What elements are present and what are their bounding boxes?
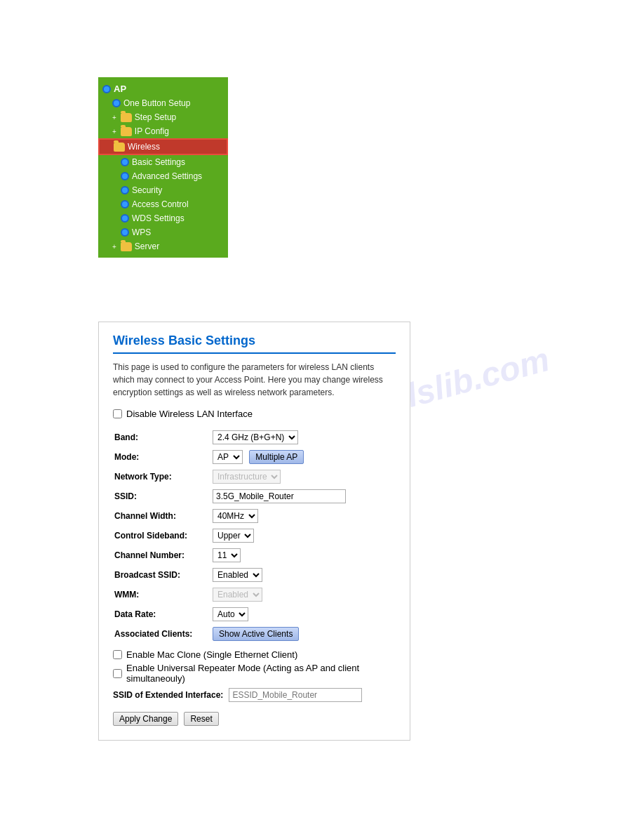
- wmm-select[interactable]: Enabled: [213, 588, 262, 602]
- wds-settings-icon: [121, 214, 129, 223]
- sidebar-item-security[interactable]: Security: [98, 183, 228, 197]
- control-sideband-select[interactable]: Upper: [213, 529, 254, 543]
- mode-row: Mode: AP Multiple AP: [113, 447, 396, 467]
- sidebar-item-access-control[interactable]: Access Control: [98, 197, 228, 211]
- sidebar-item-wireless[interactable]: Wireless: [98, 138, 228, 155]
- disable-wireless-label: Disable Wireless LAN Interface: [126, 409, 253, 419]
- band-cell: 2.4 GHz (B+G+N): [211, 428, 396, 447]
- channel-number-cell: 11: [211, 545, 396, 565]
- band-row: Band: 2.4 GHz (B+G+N): [113, 428, 396, 447]
- server-folder-icon: [121, 242, 132, 251]
- multiple-ap-button[interactable]: Multiple AP: [249, 450, 304, 464]
- channel-width-select[interactable]: 40MHz: [213, 509, 258, 523]
- network-type-select[interactable]: Infrastructure: [213, 470, 281, 484]
- broadcast-ssid-row: Broadcast SSID: Enabled: [113, 565, 396, 585]
- wps-icon: [121, 228, 129, 237]
- channel-number-label: Channel Number:: [113, 545, 211, 565]
- data-rate-label: Data Rate:: [113, 604, 211, 624]
- wireless-folder-icon: [114, 143, 125, 152]
- ap-icon: [102, 85, 111, 93]
- channel-width-label: Channel Width:: [113, 506, 211, 526]
- mode-select[interactable]: AP: [213, 450, 243, 464]
- sidebar-item-wds-settings[interactable]: WDS Settings: [98, 211, 228, 225]
- control-sideband-label: Control Sideband:: [113, 526, 211, 545]
- mode-label: Mode:: [113, 447, 211, 467]
- ip-config-link[interactable]: IP Config: [135, 126, 169, 136]
- mode-cell: AP Multiple AP: [211, 447, 396, 467]
- control-sideband-row: Control Sideband: Upper: [113, 526, 396, 545]
- ssid-row: SSID:: [113, 486, 396, 506]
- mac-clone-label: Enable Mac Clone (Single Ethernet Client…: [126, 649, 297, 660]
- panel-title: Wireless Basic Settings: [113, 333, 396, 354]
- wds-settings-link[interactable]: WDS Settings: [132, 213, 185, 223]
- sidebar-item-step-setup[interactable]: + Step Setup: [98, 110, 228, 124]
- wmm-label: WMM:: [113, 585, 211, 604]
- sidebar-item-wps[interactable]: WPS: [98, 225, 228, 239]
- ssid-extended-row: SSID of Extended Interface:: [113, 688, 396, 702]
- apply-change-button[interactable]: Apply Change: [113, 712, 178, 726]
- ssid-cell: [211, 486, 396, 506]
- step-setup-folder-icon: [121, 113, 132, 122]
- one-button-setup-icon: [112, 99, 121, 107]
- broadcast-ssid-select[interactable]: Enabled: [213, 568, 262, 582]
- data-rate-cell: Auto: [211, 604, 396, 624]
- channel-width-cell: 40MHz: [211, 506, 396, 526]
- sidebar-item-advanced-settings[interactable]: Advanced Settings: [98, 169, 228, 183]
- panel-description: This page is used to configure the param…: [113, 361, 396, 399]
- server-link[interactable]: Server: [135, 241, 159, 251]
- ssid-extended-label: SSID of Extended Interface:: [113, 690, 223, 700]
- access-control-icon: [121, 200, 129, 208]
- wps-link[interactable]: WPS: [132, 227, 151, 237]
- band-select[interactable]: 2.4 GHz (B+G+N): [213, 430, 298, 444]
- advanced-settings-icon: [121, 172, 129, 180]
- sidebar-item-ip-config[interactable]: + IP Config: [98, 124, 228, 138]
- security-link[interactable]: Security: [132, 185, 162, 195]
- sidebar-item-one-button-setup[interactable]: One Button Setup: [98, 96, 228, 110]
- channel-number-select[interactable]: 11: [213, 548, 241, 562]
- sidebar: AP One Button Setup + Step Setup + IP Co…: [98, 77, 228, 258]
- basic-settings-icon: [121, 158, 129, 166]
- sidebar-root: AP: [98, 81, 228, 96]
- control-sideband-cell: Upper: [211, 526, 396, 545]
- one-button-setup-link[interactable]: One Button Setup: [123, 98, 190, 108]
- data-rate-select[interactable]: Auto: [213, 607, 248, 621]
- ip-config-folder-icon: [121, 127, 132, 136]
- sidebar-item-server[interactable]: + Server: [98, 239, 228, 253]
- basic-settings-link[interactable]: Basic Settings: [132, 157, 185, 167]
- universal-repeater-row: Enable Universal Repeater Mode (Acting a…: [113, 663, 396, 684]
- broadcast-ssid-label: Broadcast SSID:: [113, 565, 211, 585]
- show-active-clients-button[interactable]: Show Active Clients: [213, 627, 299, 641]
- sidebar-root-label: AP: [114, 84, 126, 94]
- reset-button[interactable]: Reset: [184, 712, 218, 726]
- ssid-input[interactable]: [213, 489, 346, 503]
- network-type-row: Network Type: Infrastructure: [113, 467, 396, 486]
- main-panel: Wireless Basic Settings This page is use…: [98, 322, 410, 741]
- ssid-extended-input[interactable]: [229, 688, 362, 702]
- associated-clients-label: Associated Clients:: [113, 624, 211, 644]
- universal-repeater-checkbox[interactable]: [113, 669, 122, 678]
- mac-clone-row: Enable Mac Clone (Single Ethernet Client…: [113, 649, 396, 660]
- wmm-row: WMM: Enabled: [113, 585, 396, 604]
- band-label: Band:: [113, 428, 211, 447]
- network-type-label: Network Type:: [113, 467, 211, 486]
- wireless-link[interactable]: Wireless: [128, 142, 160, 152]
- channel-width-row: Channel Width: 40MHz: [113, 506, 396, 526]
- disable-wireless-row: Disable Wireless LAN Interface: [113, 409, 396, 419]
- network-type-cell: Infrastructure: [211, 467, 396, 486]
- associated-clients-row: Associated Clients: Show Active Clients: [113, 624, 396, 644]
- step-setup-link[interactable]: Step Setup: [135, 112, 176, 122]
- disable-wireless-checkbox[interactable]: [113, 409, 122, 418]
- channel-number-row: Channel Number: 11: [113, 545, 396, 565]
- mac-clone-checkbox[interactable]: [113, 650, 122, 659]
- universal-repeater-label: Enable Universal Repeater Mode (Acting a…: [126, 663, 396, 684]
- data-rate-row: Data Rate: Auto: [113, 604, 396, 624]
- wmm-cell: Enabled: [211, 585, 396, 604]
- security-icon: [121, 186, 129, 194]
- ssid-label: SSID:: [113, 486, 211, 506]
- access-control-link[interactable]: Access Control: [132, 199, 189, 209]
- sidebar-item-basic-settings[interactable]: Basic Settings: [98, 155, 228, 169]
- associated-clients-cell: Show Active Clients: [211, 624, 396, 644]
- settings-table: Band: 2.4 GHz (B+G+N) Mode: AP Multiple …: [113, 428, 396, 644]
- broadcast-ssid-cell: Enabled: [211, 565, 396, 585]
- advanced-settings-link[interactable]: Advanced Settings: [132, 171, 202, 181]
